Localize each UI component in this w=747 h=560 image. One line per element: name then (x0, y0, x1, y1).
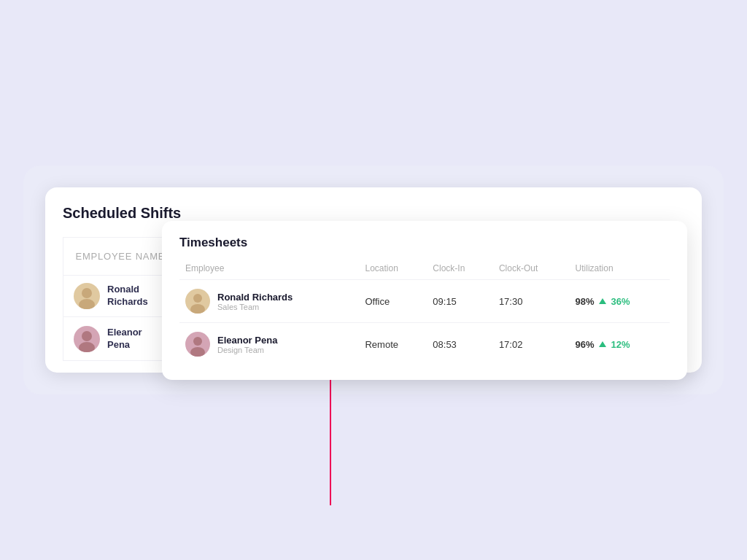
ts-clockout-eleanor: 17:02 (493, 323, 570, 366)
svg-point-1 (79, 299, 95, 309)
svg-point-0 (82, 288, 92, 298)
timesheets-table: Employee Location Clock-In Clock-Out Uti… (179, 260, 670, 365)
name-col-header: Employee Name (63, 238, 178, 276)
ts-row-ronald: Ronald Richards Sales Team Office 09:15 … (179, 280, 670, 323)
emp-name-ronald: RonaldRichards (63, 276, 178, 317)
svg-point-6 (193, 337, 202, 346)
svg-point-2 (82, 331, 92, 341)
ts-clockin-eleanor: 08:53 (427, 323, 493, 366)
avatar (185, 289, 210, 314)
svg-point-5 (190, 304, 205, 314)
ts-col-utilization: Utilization (570, 260, 670, 280)
outer-wrapper: Scheduled Shifts Employee Name MON 👥4 1 (23, 166, 724, 394)
ts-col-clockout: Clock-Out (493, 260, 570, 280)
up-arrow-icon (599, 341, 606, 347)
timesheets-popup: Timesheets Employee Location Clock-In Cl… (162, 221, 687, 380)
card-title: Scheduled Shifts (63, 205, 684, 222)
avatar (185, 332, 210, 357)
emp-name-eleanor: EleanorPena (63, 317, 178, 361)
ts-emp-name: Ronald Richards (217, 292, 293, 303)
ts-emp-team: Sales Team (217, 303, 293, 311)
up-arrow-icon (599, 298, 606, 304)
scheduled-shifts-card: Scheduled Shifts Employee Name MON 👥4 1 (45, 187, 702, 373)
emp-name-label: RonaldRichards (107, 284, 148, 308)
avatar (74, 283, 100, 309)
ts-location-eleanor: Remote (359, 323, 427, 366)
ts-col-employee: Employee (179, 260, 359, 280)
ts-util-eleanor: 96% 12% (570, 323, 670, 366)
ts-emp-team: Design Team (217, 346, 277, 354)
ts-row-eleanor: Eleanor Pena Design Team Remote 08:53 17… (179, 323, 670, 366)
ts-emp-name: Eleanor Pena (217, 335, 277, 346)
ts-clockin-ronald: 09:15 (427, 280, 493, 323)
svg-point-4 (193, 294, 202, 303)
emp-name-label: EleanorPena (107, 327, 142, 351)
ts-location-ronald: Office (359, 280, 427, 323)
ts-emp-cell-ronald: Ronald Richards Sales Team (179, 280, 359, 323)
timesheets-title: Timesheets (179, 236, 670, 250)
avatar (74, 326, 100, 352)
ts-util-ronald: 98% 36% (570, 280, 670, 323)
svg-point-3 (79, 342, 95, 352)
svg-point-7 (190, 347, 205, 357)
ts-emp-cell-eleanor: Eleanor Pena Design Team (179, 323, 359, 366)
ts-col-clockin: Clock-In (427, 260, 493, 280)
ts-col-location: Location (359, 260, 427, 280)
ts-clockout-ronald: 17:30 (493, 280, 570, 323)
